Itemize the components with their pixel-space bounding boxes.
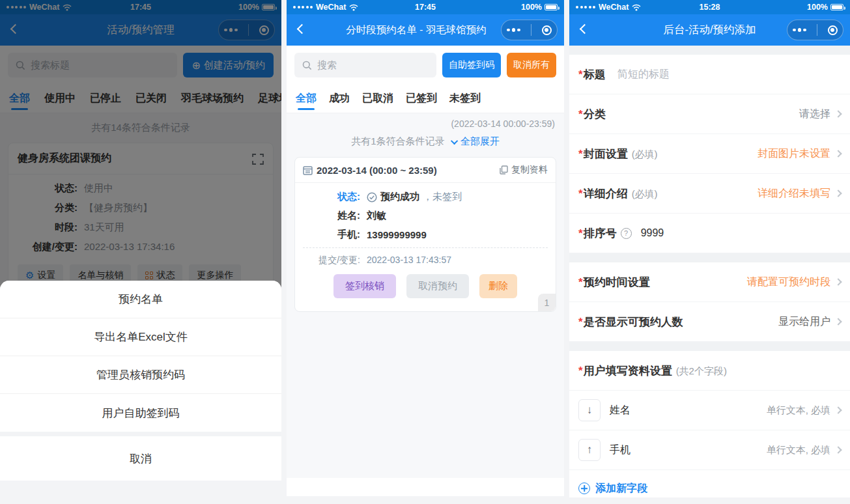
search-placeholder: 搜索 bbox=[317, 59, 337, 72]
screenshot-canvas: WeChat 17:45 100% 活动/预约管理 搜索标题 bbox=[0, 0, 850, 504]
move-down-button[interactable]: ↓ bbox=[578, 399, 601, 421]
add-new-field-button[interactable]: 添加新字段 bbox=[569, 470, 850, 497]
carrier-label: WeChat bbox=[316, 3, 346, 12]
form-row-category[interactable]: *分类 请选择 bbox=[569, 94, 850, 134]
form-row-title[interactable]: *标题 简短的标题 bbox=[569, 55, 850, 94]
screen-activity-management: WeChat 17:45 100% 活动/预约管理 搜索标题 bbox=[0, 0, 281, 481]
reservation-date: 2022-03-14 (00:00 ~ 23:59) bbox=[303, 165, 437, 176]
title-input-placeholder[interactable]: 简短的标题 bbox=[617, 68, 670, 81]
detail-value: 详细介绍未填写 bbox=[758, 187, 841, 201]
result-count: 共有1条符合条件记录 全部展开 bbox=[287, 130, 564, 154]
tab-checked-in[interactable]: 已签到 bbox=[406, 85, 437, 113]
page-title: 后台-活动/预约添加 bbox=[663, 23, 756, 37]
plus-circle-icon bbox=[578, 483, 590, 494]
chevron-right-icon bbox=[834, 446, 842, 453]
sheet-item-admin-verify-code[interactable]: 管理员核销预约码 bbox=[0, 356, 281, 394]
row-status: 状态: 预约成功 ，未签到 bbox=[304, 191, 546, 203]
signal-strength-icon bbox=[576, 6, 595, 8]
form-row-show-count[interactable]: *是否显示可预约人数 显示给用户 bbox=[569, 302, 850, 342]
wifi-icon bbox=[349, 4, 358, 11]
status-time: 17:45 bbox=[415, 3, 436, 12]
filter-tabs: 全部 成功 已取消 已签到 未签到 bbox=[287, 85, 564, 113]
nav-bar: 后台-活动/预约添加 bbox=[569, 14, 850, 46]
close-minimize-icon[interactable] bbox=[542, 25, 552, 35]
form-row-time-setting[interactable]: *预约时间设置 请配置可预约时段 bbox=[569, 262, 850, 302]
form-row-field-phone[interactable]: ↑ 手机 单行文本, 必填 bbox=[569, 430, 850, 470]
carrier-label: WeChat bbox=[599, 3, 629, 12]
cancel-reservation-button[interactable]: 取消预约 bbox=[406, 274, 469, 298]
help-question-icon[interactable]: ? bbox=[621, 228, 632, 239]
sheet-item-reservation-list[interactable]: 预约名单 bbox=[0, 281, 281, 318]
search-icon bbox=[302, 61, 312, 70]
form-row-field-name[interactable]: ↓ 姓名 单行文本, 必填 bbox=[569, 391, 850, 430]
chevron-right-icon bbox=[834, 406, 842, 413]
back-icon[interactable] bbox=[297, 24, 307, 35]
back-icon[interactable] bbox=[580, 24, 590, 35]
wechat-capsule[interactable] bbox=[787, 20, 843, 40]
sheet-item-export-excel[interactable]: 导出名单Excel文件 bbox=[0, 318, 281, 356]
chevron-right-icon bbox=[834, 189, 842, 197]
search-input[interactable]: 搜索 bbox=[294, 53, 436, 77]
delete-button[interactable]: 删除 bbox=[479, 274, 517, 298]
field-meta: 单行文本, 必填 bbox=[767, 444, 841, 456]
form-row-cover[interactable]: *封面设置(必填) 封面图片未设置 bbox=[569, 134, 850, 174]
checkin-verify-button[interactable]: 签到核销 bbox=[333, 274, 396, 298]
tab-success[interactable]: 成功 bbox=[329, 85, 350, 113]
battery-icon bbox=[545, 4, 558, 10]
chevron-right-icon bbox=[834, 318, 842, 325]
chevron-right-icon bbox=[834, 278, 842, 285]
self-checkin-code-button[interactable]: 自助签到码 bbox=[442, 53, 501, 77]
more-menu-icon[interactable] bbox=[507, 28, 520, 32]
move-up-button[interactable]: ↑ bbox=[578, 439, 601, 461]
cancel-all-button[interactable]: 取消所有 bbox=[507, 53, 556, 77]
sheet-cancel-button[interactable]: 取消 bbox=[0, 436, 281, 481]
form-row-detail[interactable]: *详细介绍(必填) 详细介绍未填写 bbox=[569, 174, 850, 214]
status-bar: WeChat 15:28 100% bbox=[569, 0, 850, 14]
wechat-capsule[interactable] bbox=[501, 20, 558, 40]
expand-all-link[interactable]: 全部展开 bbox=[453, 135, 500, 147]
cover-value: 封面图片未设置 bbox=[758, 147, 841, 161]
chevron-right-icon bbox=[834, 110, 842, 117]
time-setting-value: 请配置可预约时段 bbox=[747, 275, 841, 289]
calendar-icon bbox=[303, 165, 313, 175]
search-toolbar: 搜索 自助签到码 取消所有 bbox=[287, 46, 564, 85]
chevron-down-icon bbox=[451, 137, 458, 145]
battery-icon bbox=[830, 4, 843, 10]
row-phone: 手机: 13999999999 bbox=[304, 229, 546, 241]
form-row-user-fields-header: *用户填写资料设置(共2个字段) bbox=[569, 351, 850, 391]
category-value: 请选择 bbox=[799, 107, 841, 121]
reservation-card: 2022-03-14 (00:00 ~ 23:59) 复制资料 状态: 预约成功… bbox=[294, 157, 556, 312]
signal-strength-icon bbox=[293, 6, 313, 8]
status-bar: WeChat 17:45 100% bbox=[287, 0, 564, 14]
chevron-right-icon bbox=[834, 150, 842, 157]
field-meta: 单行文本, 必填 bbox=[767, 404, 841, 417]
battery-percent: 100% bbox=[807, 3, 828, 12]
nav-bar: 分时段预约名单 - 羽毛球馆预约 bbox=[287, 14, 564, 46]
date-range-label: (2022-03-14 00:00-23:59) bbox=[287, 113, 564, 130]
page-number-badge: 1 bbox=[538, 294, 556, 311]
copy-data-link[interactable]: 复制资料 bbox=[500, 164, 548, 176]
wifi-icon bbox=[632, 4, 641, 11]
status-time: 15:28 bbox=[700, 3, 720, 12]
tab-cancelled[interactable]: 已取消 bbox=[362, 85, 393, 113]
form-row-sort[interactable]: *排序号 ? 9999 bbox=[569, 214, 850, 253]
battery-percent: 100% bbox=[521, 3, 542, 12]
action-sheet: 预约名单 导出名单Excel文件 管理员核销预约码 用户自助签到码 取消 bbox=[0, 281, 281, 481]
reservation-actions: 签到核销 取消预约 删除 bbox=[295, 266, 556, 311]
screen-activity-add-form: WeChat 15:28 100% 后台-活动/预约添加 *标题 简短的标题 bbox=[569, 0, 850, 497]
copy-icon bbox=[500, 165, 508, 175]
check-circle-icon bbox=[367, 192, 377, 203]
roster-list-area: (2022-03-14 00:00-23:59) 共有1条符合条件记录 全部展开… bbox=[287, 113, 564, 478]
show-count-value: 显示给用户 bbox=[778, 315, 841, 329]
row-name: 姓名: 刘敏 bbox=[304, 210, 546, 222]
row-submitted: 提交/变更: 2022-03-13 17:43:57 bbox=[295, 248, 556, 266]
more-menu-icon[interactable] bbox=[793, 28, 806, 32]
sort-number-value[interactable]: 9999 bbox=[641, 227, 664, 239]
close-minimize-icon[interactable] bbox=[828, 25, 838, 35]
page-title: 分时段预约名单 - 羽毛球馆预约 bbox=[346, 23, 486, 37]
tab-all[interactable]: 全部 bbox=[296, 85, 317, 113]
sheet-item-self-checkin-code[interactable]: 用户自助签到码 bbox=[0, 394, 281, 432]
screen-reservation-roster: WeChat 17:45 100% 分时段预约名单 - 羽毛球馆预约 搜索 bbox=[287, 0, 564, 496]
tab-not-checked-in[interactable]: 未签到 bbox=[449, 85, 481, 113]
